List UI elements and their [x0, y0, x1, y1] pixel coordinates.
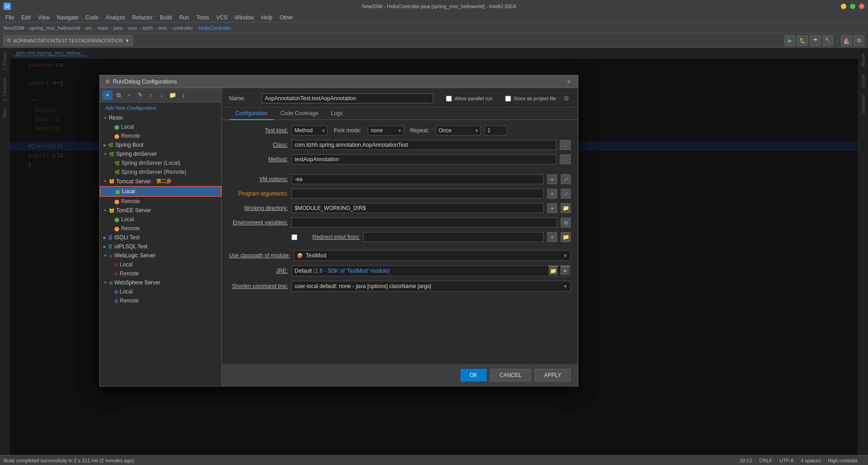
bc-java[interactable]: java: [113, 25, 122, 31]
method-dots-button[interactable]: ...: [560, 154, 571, 164]
menu-edit[interactable]: Edit: [18, 14, 34, 22]
bc-com[interactable]: com: [128, 25, 137, 31]
tree-item-tomee-local[interactable]: ⬤ Local: [100, 215, 221, 224]
folder-button[interactable]: 📁: [168, 90, 178, 100]
env-vars-input[interactable]: [291, 218, 557, 228]
repeat-count-input[interactable]: [484, 126, 507, 135]
redirect-input-field[interactable]: [363, 232, 544, 242]
bc-mvc[interactable]: mvc: [158, 25, 167, 31]
redirect-folder-button[interactable]: 📁: [561, 232, 571, 242]
sort-button[interactable]: ↕: [178, 90, 188, 100]
vm-options-input[interactable]: [291, 174, 544, 184]
maximize-button[interactable]: □: [850, 4, 855, 9]
menu-navigate[interactable]: Navigate: [53, 14, 82, 22]
run-config-button[interactable]: ⚙ AOPANNOTATIONTEST.TESTAOPANNOTATION ▼: [4, 35, 133, 46]
menu-file[interactable]: File: [2, 14, 18, 22]
tree-group-spring-boot[interactable]: ▶ 🌿 Spring Boot: [100, 140, 221, 149]
test-kind-select[interactable]: Method: [291, 126, 328, 135]
menu-other[interactable]: Other: [276, 14, 297, 22]
name-input[interactable]: [262, 93, 433, 103]
menu-refactor[interactable]: Refactor: [129, 14, 156, 22]
bc-hellocontroller[interactable]: HelloController: [198, 25, 231, 31]
tree-item-resin-local[interactable]: ⬤ Local: [100, 122, 221, 131]
module-select-wrapper[interactable]: 📦 TestMod ▼: [294, 250, 571, 261]
menu-help[interactable]: Help: [258, 14, 276, 22]
repeat-select[interactable]: Once: [436, 126, 481, 135]
dialog-close-button[interactable]: ×: [565, 78, 572, 85]
cancel-button[interactable]: CANCEL: [490, 369, 531, 381]
minimize-button[interactable]: −: [841, 4, 846, 9]
tree-item-websphere-local[interactable]: ⊞ Local: [100, 287, 221, 296]
menu-view[interactable]: View: [34, 14, 53, 22]
allow-parallel-checkbox[interactable]: [446, 96, 452, 102]
store-as-project-checkbox[interactable]: [505, 96, 511, 102]
apply-button[interactable]: APPLY: [535, 369, 571, 381]
window-close-button[interactable]: ×: [859, 4, 864, 9]
tab-configuration[interactable]: Configuration: [229, 107, 274, 120]
program-args-add-button[interactable]: +: [547, 189, 557, 199]
bc-src[interactable]: src: [85, 25, 92, 31]
tree-item-websphere-remote[interactable]: ⊞ Remote: [100, 296, 221, 305]
tree-item-weblogic-local[interactable]: ⊕ Local: [100, 260, 221, 269]
shorten-wrapper[interactable]: user-local default: none - java [options…: [291, 281, 571, 292]
tree-item-spring-dm-local[interactable]: 🌿 Spring dmServer (Local): [100, 158, 221, 167]
settings-button[interactable]: ⚙: [854, 35, 864, 46]
ok-button[interactable]: OK: [460, 369, 486, 381]
redirect-input-checkbox[interactable]: [291, 234, 297, 240]
working-dir-input[interactable]: [291, 203, 544, 213]
menu-code[interactable]: Code: [82, 14, 102, 22]
tree-group-resin[interactable]: ▼ Resin: [100, 113, 221, 122]
coverage-button[interactable]: ☂: [810, 35, 821, 46]
menu-build[interactable]: Build: [156, 14, 176, 22]
method-input[interactable]: [291, 154, 556, 164]
edit-config-button[interactable]: ✎: [135, 90, 145, 100]
redirect-add-button[interactable]: +: [547, 232, 557, 242]
vm-options-add-button[interactable]: +: [547, 174, 557, 184]
tree-group-tomee[interactable]: ▼ 🐱 TomEE Server: [100, 206, 221, 215]
env-vars-copy-button[interactable]: ⧉: [561, 218, 571, 228]
tree-group-weblogic[interactable]: ▼ ⊕ WebLogic Server: [100, 251, 221, 260]
bc-newssm[interactable]: NewSSM: [4, 25, 24, 31]
bc-controller[interactable]: controller: [173, 25, 193, 31]
class-input[interactable]: [291, 140, 556, 150]
tree-group-tomcat[interactable]: ▼ 🐱 Tomcat Server 第二步: [100, 177, 221, 186]
bc-project[interactable]: spring_mvc_helloworld: [30, 25, 80, 31]
bc-main[interactable]: main: [97, 25, 108, 31]
menu-tools[interactable]: Tools: [193, 14, 213, 22]
copy-config-button[interactable]: ⧉: [113, 90, 123, 100]
tab-logs[interactable]: Logs: [324, 107, 349, 120]
build-button[interactable]: 🔨: [822, 35, 833, 46]
tree-group-tsqlt[interactable]: ▶ 🗄 tSQLt Test: [100, 233, 221, 242]
fork-mode-select[interactable]: none: [368, 126, 404, 135]
working-dir-add-button[interactable]: +: [547, 203, 557, 213]
tree-item-tomcat-remote[interactable]: ⬤ Remote: [100, 197, 221, 206]
config-gear-button[interactable]: ⚙: [562, 94, 571, 103]
git-button[interactable]: ⛵: [841, 35, 852, 46]
remove-config-button[interactable]: −: [124, 90, 134, 100]
debug-button[interactable]: 🐛: [797, 35, 808, 46]
vm-options-expand-button[interactable]: ⤢: [561, 174, 571, 184]
move-up-button[interactable]: ↑: [146, 90, 156, 100]
tree-item-resin-remote[interactable]: ⬤ Remote: [100, 131, 221, 140]
tab-code-coverage[interactable]: Code Coverage: [274, 107, 324, 120]
class-dots-button[interactable]: ...: [560, 140, 571, 150]
run-button[interactable]: ▶: [784, 35, 795, 46]
program-args-expand-button[interactable]: ⤢: [561, 189, 571, 199]
tree-item-tomcat-local[interactable]: ⬤ Local: [100, 186, 221, 197]
menu-vcs[interactable]: VCS: [213, 14, 231, 22]
menu-window[interactable]: Window: [231, 14, 258, 22]
tree-group-utplsql[interactable]: ▶ 🗄 utPLSQL Test: [100, 242, 221, 251]
tree-item-weblogic-remote[interactable]: ⊕ Remote: [100, 269, 221, 278]
tree-group-websphere[interactable]: ▼ ⊞ WebSphere Server: [100, 278, 221, 287]
add-config-button[interactable]: +: [103, 90, 113, 100]
menu-analyze[interactable]: Analyze: [102, 14, 129, 22]
jre-dropdown-button[interactable]: ▼: [560, 266, 570, 276]
tree-item-spring-dm-remote[interactable]: 🌿 Spring dmServer (Remote): [100, 167, 221, 177]
working-dir-folder-button[interactable]: 📁: [561, 203, 571, 213]
program-args-input[interactable]: [291, 189, 544, 199]
jre-folder-button[interactable]: 📁: [549, 266, 558, 276]
bc-itzhh[interactable]: itzhh: [142, 25, 153, 31]
tree-group-spring-dmserver[interactable]: ▼ 🌿 Spring dmServer: [100, 149, 221, 158]
tree-item-tomee-remote[interactable]: ⬤ Remote: [100, 224, 221, 233]
menu-run[interactable]: Run: [176, 14, 193, 22]
